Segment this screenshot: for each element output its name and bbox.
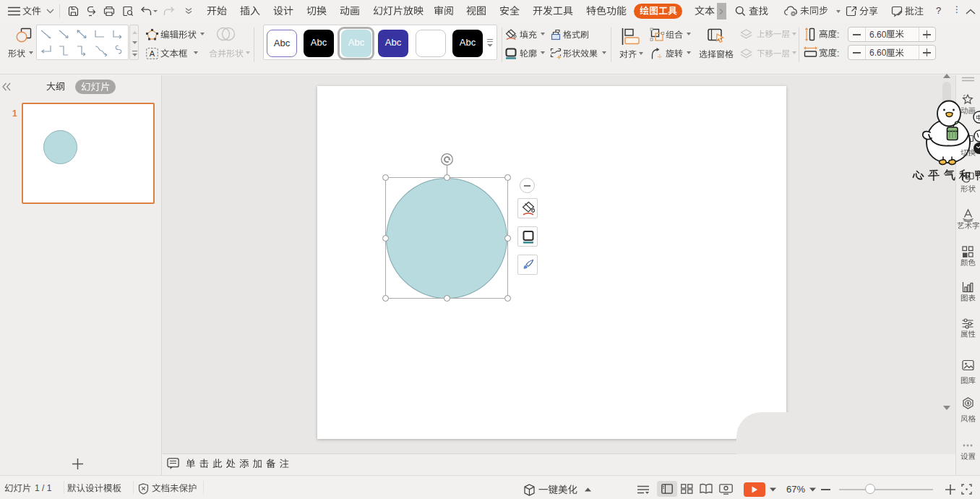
svg-text:A: A	[150, 49, 155, 58]
